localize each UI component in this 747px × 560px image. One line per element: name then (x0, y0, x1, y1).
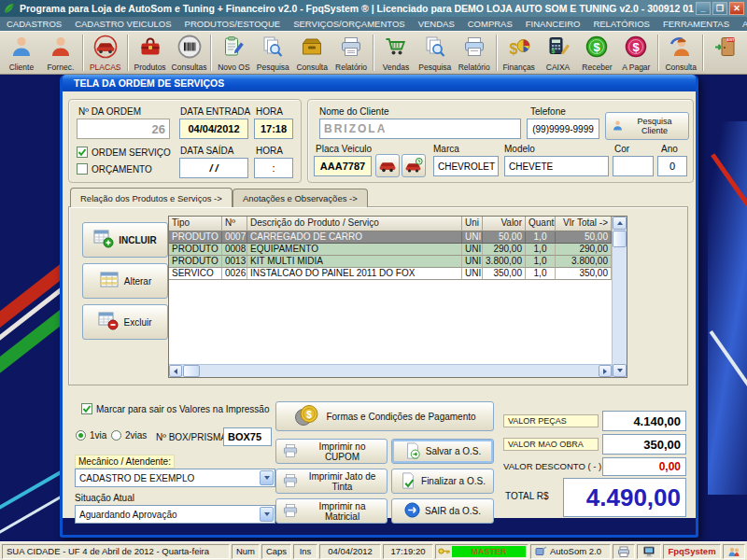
close-button[interactable]: ✕ (729, 2, 744, 15)
toolbar-relatorio-venda-button[interactable]: Relatório (455, 33, 494, 73)
dialog-title: TELA DA ORDEM DE SERVIÇOS (74, 77, 224, 89)
ordem-servico-checkbox[interactable]: ORDEM SERVIÇO (77, 147, 171, 158)
toolbar-consultas-button[interactable]: Consultas (170, 33, 209, 73)
column-header-uni[interactable]: Uni (462, 217, 483, 231)
toolbar-cliente-button[interactable]: Cliente (2, 33, 41, 73)
minimize-button[interactable]: _ (696, 2, 711, 15)
page-check-icon (400, 472, 416, 491)
column-header-tipo[interactable]: Tipo (169, 217, 222, 231)
toolbar-relatorio-os-button[interactable]: Relatório (331, 33, 371, 73)
horizontal-scrollbar[interactable] (169, 364, 612, 377)
delete-item-button[interactable]: Excluir (82, 304, 168, 340)
toolbar-consulta-os-button[interactable]: Consulta (292, 33, 331, 73)
entry-date-input[interactable]: 04/04/2012 (179, 119, 248, 139)
brand-label: Marca (433, 144, 459, 154)
phone-input[interactable]: (99)9999-9999 (527, 119, 599, 139)
tab-products-services[interactable]: Relação dos Produtos e Serviços -> (70, 188, 233, 207)
toolbar-pesquisa-venda-button[interactable]: Pesquisa (416, 33, 455, 73)
toolbar-receber-button[interactable]: $ Receber (577, 33, 616, 73)
print-matrix-button[interactable]: Imprimir na Matricial (275, 498, 388, 524)
client-name-input[interactable]: BRIZOLA (319, 119, 521, 139)
column-header-valor[interactable]: Valor (483, 217, 526, 231)
toolbar-produtos-button[interactable]: Produtos (131, 33, 170, 73)
tab-notes-observations[interactable]: Anotações e Observações -> (233, 189, 368, 207)
vehicle-history-button[interactable] (402, 154, 426, 177)
vertical-scroll-thumb[interactable] (613, 231, 627, 247)
column-header-numero[interactable]: Nº (222, 217, 247, 231)
exit-time-input[interactable]: : (254, 158, 293, 178)
toolbar-consulta-cliente-button[interactable]: Consulta (661, 33, 700, 73)
year-input[interactable]: 0 (657, 156, 687, 176)
scroll-down-button[interactable] (613, 364, 627, 377)
toolbar-novo-os-button[interactable]: Novo OS (214, 33, 253, 73)
color-input[interactable] (613, 156, 654, 176)
chevron-down-icon[interactable] (260, 470, 274, 485)
window-titlebar[interactable]: Programa para Loja de AutoSom e Tuning +… (0, 0, 747, 17)
toolbar-exit-button[interactable]: EXIT (706, 33, 745, 73)
via1-radio[interactable]: 1via (76, 430, 106, 441)
toolbar-pesquisa-os-button[interactable]: Pesquisa (253, 33, 292, 73)
toolbar-a-pagar-button[interactable]: $ A Pagar (616, 33, 655, 73)
order-number-input[interactable]: 26 (77, 119, 170, 139)
finish-os-button[interactable]: Finalizar a O.S. (391, 469, 494, 494)
menu-item-compras[interactable]: COMPRAS (461, 19, 519, 29)
menu-item-cadastros[interactable]: CADASTROS (0, 19, 68, 29)
menu-item-servicos-orcamentos[interactable]: SERVIÇOS/ORÇAMENTOS (287, 19, 411, 29)
print-cupom-button[interactable]: Imprimir no CUPOM (275, 439, 388, 464)
save-os-button[interactable]: Salvar a O.S. (391, 439, 494, 464)
menu-item-ferramentas[interactable]: FERRAMENTAS (656, 19, 736, 29)
print-values-checkbox[interactable]: Marcar para sair os Valores na Impressão (81, 403, 269, 414)
scroll-right-button[interactable] (599, 365, 612, 377)
svg-text:$: $ (509, 41, 517, 57)
toolbar-placas-button[interactable]: PLACAS (86, 33, 125, 73)
column-header-vlr-total[interactable]: Vlr Total -> (556, 217, 612, 231)
include-item-button[interactable]: INCLUIR (82, 222, 168, 258)
payment-terms-button[interactable]: $ Formas e Condições de Pagamento (275, 401, 494, 431)
parts-value: 4.140,00 (602, 411, 686, 431)
app-small-icon (535, 546, 547, 556)
exit-date-input[interactable]: / / (179, 158, 248, 178)
table-row[interactable]: SERVICO 0026 INSTALCAO DO PAINEL 2011 DO… (169, 268, 627, 280)
toolbar-financas-button[interactable]: $ Finanças (500, 33, 539, 73)
situation-dropdown[interactable]: Aguardando Aprovação (75, 505, 275, 524)
svg-text:EXIT: EXIT (727, 38, 736, 42)
plate-input[interactable]: AAA7787 (314, 156, 372, 176)
scroll-up-button[interactable] (613, 217, 627, 230)
print-inkjet-button[interactable]: Imprimir Jato de Tinta (275, 469, 388, 494)
status-num-lock: Num (232, 544, 260, 559)
table-row[interactable]: PRODUTO 0008 EQUIPAMENTO UNI 290,00 1,0 … (169, 244, 627, 256)
calculator-icon: $ (546, 35, 571, 63)
table-row[interactable]: PRODUTO 0013 KIT MULTI MIDIA UNI 3.800,0… (169, 256, 627, 268)
vertical-scrollbar[interactable] (612, 217, 627, 377)
menu-item-financeiro[interactable]: FINANCEIRO (519, 19, 587, 29)
menu-item-relatorios[interactable]: RELATÓRIOS (586, 19, 656, 29)
entry-time-input[interactable]: 17:18 (254, 119, 293, 139)
scroll-left-button[interactable] (169, 365, 182, 377)
model-input[interactable]: CHEVETE (504, 156, 609, 176)
total-label: TOTAL R$ (505, 491, 549, 501)
toolbar-vendas-button[interactable]: Vendas (376, 33, 416, 73)
menu-item-vendas[interactable]: VENDAS (412, 19, 461, 29)
menu-item-produtos-estoque[interactable]: PRODUTOS/ESTOQUE (178, 19, 288, 29)
orcamento-checkbox[interactable]: ORÇAMENTO (77, 163, 152, 175)
barcode-icon (177, 35, 202, 63)
menu-item-ajuda[interactable]: AJUDA (736, 19, 747, 29)
toolbar-fornecedor-button[interactable]: Fornec. (41, 33, 80, 73)
table-row[interactable]: PRODUTO 0007 CARREGADO DE CARRO UNI 50,0… (169, 231, 627, 244)
search-client-button[interactable]: Pesquisa Cliente (605, 112, 689, 140)
column-header-descricao[interactable]: Descrição do Produto / Serviço (247, 217, 462, 231)
mechanic-dropdown[interactable]: CADASTRO DE EXEMPLO (75, 469, 275, 487)
menu-item-cadastro-veiculos[interactable]: CADASTRO VEICULOS (68, 19, 177, 29)
vehicle-search-button[interactable] (375, 154, 400, 177)
via2-radio[interactable]: 2vias (111, 430, 147, 441)
edit-item-button[interactable]: Alterar (82, 263, 168, 299)
box-prisma-input[interactable]: BOX75 (223, 427, 272, 446)
dialog-titlebar[interactable]: TELA DA ORDEM DE SERVIÇOS (63, 75, 696, 91)
restore-button[interactable]: ❐ (712, 2, 727, 15)
horizontal-scroll-thumb[interactable] (183, 365, 200, 377)
brand-input[interactable]: CHEVROLET (433, 156, 499, 176)
exit-os-button[interactable]: SAIR da O.S. (391, 498, 494, 524)
toolbar-caixa-button[interactable]: $ CAIXA (539, 33, 578, 73)
column-header-quantia[interactable]: Quantia (526, 217, 556, 231)
chevron-down-icon[interactable] (260, 507, 274, 522)
